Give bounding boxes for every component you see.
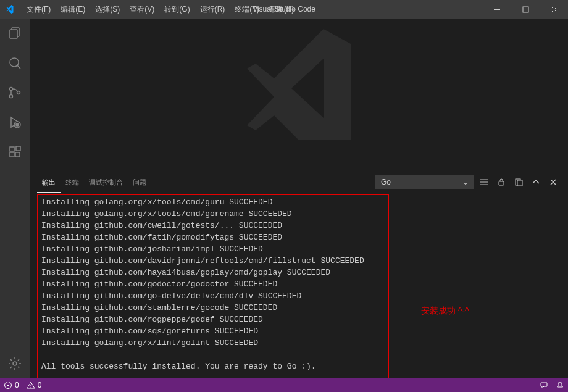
menu-file[interactable]: 文件(F) — [22, 0, 56, 19]
warning-icon — [27, 381, 35, 390]
vscode-watermark-icon — [237, 19, 361, 143]
svg-rect-17 — [517, 180, 522, 186]
menu-run[interactable]: 运行(R) — [195, 0, 230, 19]
titlebar: 文件(F) 编辑(E) 选择(S) 查看(V) 转到(G) 运行(R) 终端(T… — [0, 0, 568, 19]
svg-rect-13 — [16, 146, 20, 151]
svg-point-4 — [10, 58, 19, 67]
svg-rect-15 — [499, 181, 504, 185]
svg-point-20 — [30, 387, 31, 388]
status-bar: 0 0 — [0, 378, 568, 392]
bell-icon — [556, 381, 564, 390]
svg-point-14 — [13, 362, 17, 365]
menu-go[interactable]: 转到(G) — [159, 0, 194, 19]
editor-area[interactable] — [30, 19, 568, 172]
search-icon[interactable] — [0, 48, 30, 78]
panel: 输出 终端 调试控制台 问题 Go ⌄ — [30, 172, 568, 378]
menu-view[interactable]: 查看(V) — [125, 0, 159, 19]
svg-point-7 — [10, 95, 13, 98]
run-debug-icon[interactable] — [0, 107, 30, 137]
tab-output[interactable]: 输出 — [37, 172, 61, 193]
close-button[interactable] — [540, 0, 568, 19]
status-errors[interactable]: 0 — [0, 378, 23, 392]
menu-edit[interactable]: 编辑(E) — [56, 0, 90, 19]
clear-output-icon[interactable] — [477, 175, 491, 190]
svg-rect-0 — [494, 9, 500, 10]
status-notifications[interactable] — [552, 378, 568, 392]
vscode-logo-icon — [0, 4, 22, 14]
lock-scroll-icon[interactable] — [494, 175, 509, 190]
menu-selection[interactable]: 选择(S) — [90, 0, 125, 19]
status-warnings[interactable]: 0 — [23, 378, 46, 392]
tab-problems[interactable]: 问题 — [128, 172, 151, 193]
svg-rect-11 — [10, 152, 14, 157]
output-channel-dropdown[interactable]: Go ⌄ — [375, 175, 474, 189]
svg-rect-3 — [10, 30, 17, 38]
settings-gear-icon[interactable] — [0, 349, 30, 378]
chevron-down-icon: ⌄ — [462, 178, 469, 186]
error-count: 0 — [15, 381, 19, 390]
window-title: Visual Studio Code — [253, 5, 315, 14]
svg-rect-12 — [15, 152, 20, 157]
svg-rect-1 — [523, 7, 528, 12]
activity-bar — [0, 19, 30, 378]
minimize-button[interactable] — [483, 0, 511, 19]
panel-tabs: 输出 终端 调试控制台 问题 Go ⌄ — [30, 172, 568, 192]
main-area: 输出 终端 调试控制台 问题 Go ⌄ — [30, 19, 568, 378]
feedback-icon — [540, 381, 548, 390]
open-log-icon[interactable] — [511, 175, 526, 190]
window-controls — [483, 0, 568, 19]
explorer-icon[interactable] — [0, 19, 30, 48]
close-panel-icon[interactable] — [546, 175, 561, 190]
source-control-icon[interactable] — [0, 78, 30, 107]
maximize-button[interactable] — [511, 0, 540, 19]
tab-debug-console[interactable]: 调试控制台 — [84, 172, 128, 193]
svg-point-6 — [10, 88, 13, 91]
extensions-icon[interactable] — [0, 137, 30, 167]
svg-line-5 — [17, 65, 20, 69]
warning-count: 0 — [38, 381, 42, 390]
output-content[interactable]: Installing golang.org/x/tools/cmd/guru S… — [37, 194, 389, 378]
annotation-text: 安装成功 ^-^ — [389, 194, 469, 373]
maximize-panel-icon[interactable] — [528, 175, 543, 190]
status-feedback[interactable] — [536, 378, 552, 392]
tab-terminal[interactable]: 终端 — [61, 172, 84, 193]
dropdown-value: Go — [381, 178, 391, 186]
svg-point-8 — [17, 91, 20, 94]
error-icon — [4, 381, 12, 390]
svg-rect-10 — [10, 147, 14, 151]
